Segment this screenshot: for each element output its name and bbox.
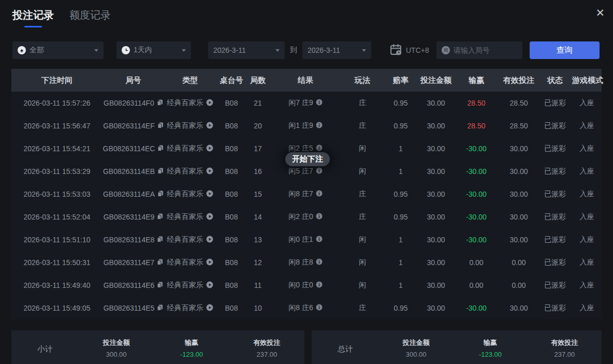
info-icon[interactable] bbox=[316, 304, 323, 312]
copy-icon[interactable] bbox=[157, 144, 164, 153]
table-row[interactable]: 2026-03-11 15:53:03 GB08263114EA 经典百家乐 bbox=[11, 183, 602, 206]
info-icon[interactable] bbox=[316, 281, 323, 289]
status-cell: 已派彩 bbox=[538, 274, 572, 297]
clock-icon bbox=[122, 46, 130, 54]
valid-bet-cell: 28.50 bbox=[500, 92, 538, 114]
win-loss-cell: -30.00 bbox=[453, 137, 500, 160]
copy-icon[interactable] bbox=[157, 236, 163, 244]
date-to-select[interactable]: 2026-3-11 bbox=[302, 41, 371, 59]
table-row[interactable]: 2026-03-11 15:49:05 GB08263114E5 经典百家乐 bbox=[11, 297, 602, 319]
play-video-icon[interactable] bbox=[206, 167, 213, 176]
chevron-down-icon bbox=[94, 49, 98, 52]
bet-time-cell: 2026-03-11 15:50:31 bbox=[11, 251, 103, 274]
info-icon[interactable] bbox=[316, 213, 323, 221]
game-type-select[interactable]: ♠ 全部 bbox=[12, 41, 104, 59]
column-header: 结果 bbox=[269, 69, 342, 92]
play-cell: 庄 bbox=[342, 92, 383, 114]
table-no-cell: B08 bbox=[216, 297, 247, 319]
bet-amount-cell: 30.00 bbox=[419, 92, 453, 114]
table-row[interactable]: 2026-03-11 15:56:47 GB08263114EF 经典百家乐 bbox=[11, 114, 602, 137]
info-icon[interactable] bbox=[316, 167, 323, 176]
round-count-cell: 16 bbox=[247, 160, 269, 183]
column-header: 局号 bbox=[103, 69, 164, 92]
play-video-icon[interactable] bbox=[206, 281, 213, 290]
summary-stat-label: 输赢 bbox=[154, 338, 229, 347]
table-row[interactable]: 2026-03-11 15:51:10 GB08263114E8 经典百家乐 bbox=[11, 228, 602, 251]
summary-stat-label: 投注金额 bbox=[79, 338, 154, 347]
copy-icon[interactable] bbox=[157, 167, 164, 176]
game-type-cell: 经典百家乐 bbox=[164, 160, 216, 183]
summary-stat-value: 237.00 bbox=[229, 351, 304, 358]
win-loss-cell: -30.00 bbox=[453, 160, 500, 183]
status-cell: 已派彩 bbox=[538, 251, 572, 274]
copy-icon[interactable] bbox=[157, 304, 163, 312]
copy-icon[interactable] bbox=[157, 213, 163, 221]
info-icon[interactable] bbox=[316, 258, 323, 267]
table-row[interactable]: 2026-03-11 15:52:04 GB08263114E9 经典百家乐 bbox=[11, 206, 602, 228]
round-id-cell: GB08263114F0 bbox=[103, 92, 164, 114]
bet-amount-cell: 30.00 bbox=[419, 297, 453, 319]
info-icon[interactable] bbox=[316, 190, 323, 198]
odds-cell: 0.95 bbox=[383, 206, 419, 228]
win-loss-value: -30.00 bbox=[466, 144, 487, 153]
copy-icon[interactable] bbox=[157, 99, 163, 107]
summary-stat-value: 300.00 bbox=[379, 351, 453, 358]
table-row[interactable]: 2026-03-11 15:49:40 GB08263114E6 经典百家乐 bbox=[11, 274, 602, 297]
table-no-cell: B08 bbox=[216, 160, 247, 183]
copy-icon[interactable] bbox=[157, 122, 164, 130]
round-count-cell: 15 bbox=[247, 183, 269, 206]
tab-quota-records[interactable]: 额度记录 bbox=[69, 8, 111, 27]
play-video-icon[interactable] bbox=[206, 258, 213, 267]
tab-bet-records[interactable]: 投注记录 bbox=[12, 8, 54, 27]
date-from-select[interactable]: 2026-3-11 bbox=[208, 41, 285, 59]
copy-icon[interactable] bbox=[157, 281, 163, 289]
bet-time-cell: 2026-03-11 15:54:21 bbox=[11, 137, 103, 160]
time-range-select[interactable]: 1天内 bbox=[116, 41, 191, 59]
timezone-group: UTC+8 bbox=[389, 43, 429, 58]
odds-cell: 0.95 bbox=[383, 297, 419, 319]
summary-stat: 输赢-123.00 bbox=[453, 338, 527, 358]
table-row[interactable]: 2026-03-11 15:57:26 GB08263114F0 经典百家乐 bbox=[11, 92, 602, 114]
column-header: 状态 bbox=[538, 69, 572, 92]
copy-icon[interactable] bbox=[157, 258, 163, 267]
game-type-cell: 经典百家乐 bbox=[164, 114, 216, 137]
play-video-icon[interactable] bbox=[206, 236, 213, 244]
spade-icon: ♠ bbox=[18, 46, 26, 54]
play-video-icon[interactable] bbox=[206, 213, 213, 222]
play-video-icon[interactable] bbox=[206, 99, 213, 108]
odds-cell: 1 bbox=[383, 274, 419, 297]
play-cell: 闲 bbox=[342, 251, 383, 274]
play-cell: 庄 bbox=[342, 297, 383, 319]
game-type-cell: 经典百家乐 bbox=[164, 297, 216, 319]
game-mode-cell: 入座 bbox=[572, 137, 602, 160]
column-header: 玩法 bbox=[342, 69, 383, 92]
info-icon[interactable] bbox=[316, 144, 323, 153]
round-search-input[interactable] bbox=[454, 46, 517, 54]
date-from-value: 2026-3-11 bbox=[213, 46, 246, 54]
result-cell: 闲8 庄8 bbox=[269, 251, 342, 274]
play-cell: 庄 bbox=[342, 206, 383, 228]
play-cell: 闲 bbox=[342, 137, 383, 160]
table-row[interactable]: 2026-03-11 15:50:31 GB08263114E7 经典百家乐 bbox=[11, 251, 602, 274]
subtotal-label: 小计 bbox=[11, 338, 79, 354]
valid-bet-cell: 30.00 bbox=[500, 206, 538, 228]
result-cell: 闲1 庄9 bbox=[269, 114, 342, 137]
result-cell: 闲0 庄1 bbox=[269, 228, 342, 251]
table-no-cell: B08 bbox=[216, 251, 247, 274]
search-button[interactable]: 查询 bbox=[530, 41, 600, 59]
play-video-icon[interactable] bbox=[206, 190, 213, 199]
info-icon[interactable] bbox=[316, 99, 323, 107]
play-video-icon[interactable] bbox=[206, 144, 213, 153]
info-icon[interactable] bbox=[316, 122, 323, 130]
summary-stat-value: 300.00 bbox=[79, 351, 154, 358]
play-video-icon[interactable] bbox=[206, 122, 213, 130]
active-tab-underline bbox=[24, 26, 42, 27]
summary-stat: 有效投注237.00 bbox=[229, 338, 304, 358]
play-video-icon[interactable] bbox=[206, 304, 213, 313]
bet-time-cell: 2026-03-11 15:53:03 bbox=[11, 183, 103, 206]
info-icon[interactable] bbox=[316, 236, 323, 244]
copy-icon[interactable] bbox=[157, 190, 164, 198]
close-icon[interactable]: ✕ bbox=[593, 5, 607, 20]
summary-stat-value: -123.00 bbox=[154, 351, 229, 358]
round-count-cell: 12 bbox=[247, 251, 269, 274]
